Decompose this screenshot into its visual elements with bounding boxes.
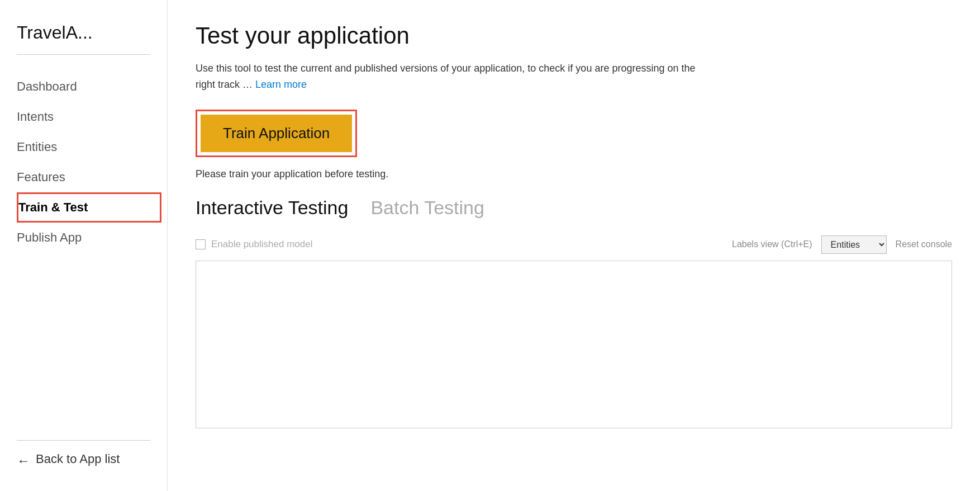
entities-select[interactable]: Entities Intents None (821, 235, 887, 254)
console-controls: Enable published model Labels view (Ctrl… (196, 235, 952, 254)
sidebar-item-features[interactable]: Features (17, 162, 167, 192)
main-content: Test your application Use this tool to t… (168, 0, 980, 491)
back-label: Back to App list (36, 452, 120, 466)
console-right-controls: Labels view (Ctrl+E) Entities Intents No… (732, 235, 952, 254)
sidebar: TravelA... Dashboard Intents Entities Fe… (0, 0, 168, 491)
tab-batch-testing[interactable]: Batch Testing (370, 197, 484, 219)
reset-console-button[interactable]: Reset console (896, 239, 952, 249)
back-to-app-list-button[interactable]: ← Back to App list (17, 452, 167, 469)
page-description: Use this tool to test the current and pu… (196, 60, 698, 93)
enable-published-checkbox[interactable] (196, 239, 206, 249)
learn-more-link[interactable]: Learn more (255, 79, 307, 90)
train-notice-text: Please train your application before tes… (196, 168, 952, 180)
back-arrow-icon: ← (17, 453, 30, 469)
sidebar-divider-bottom (17, 440, 150, 441)
testing-tabs: Interactive Testing Batch Testing (196, 197, 952, 219)
sidebar-item-publish-app[interactable]: Publish App (17, 223, 167, 253)
sidebar-item-intents[interactable]: Intents (17, 102, 167, 132)
labels-view-text: Labels view (Ctrl+E) (732, 239, 812, 249)
tab-interactive-testing[interactable]: Interactive Testing (196, 197, 348, 219)
sidebar-item-train-test[interactable]: Train & Test (17, 192, 161, 223)
sidebar-divider-top (17, 54, 150, 55)
sidebar-item-entities[interactable]: Entities (17, 132, 167, 162)
console-textarea[interactable] (196, 261, 952, 428)
page-title: Test your application (196, 22, 952, 49)
train-button-highlight-border: Train Application (196, 110, 357, 157)
enable-published-text: Enable published model (211, 239, 312, 250)
sidebar-item-dashboard[interactable]: Dashboard (17, 72, 167, 102)
sidebar-nav: Dashboard Intents Entities Features Trai… (17, 72, 167, 429)
enable-published-label[interactable]: Enable published model (196, 239, 312, 250)
train-application-button[interactable]: Train Application (201, 115, 352, 152)
app-title: TravelA... (17, 22, 167, 43)
